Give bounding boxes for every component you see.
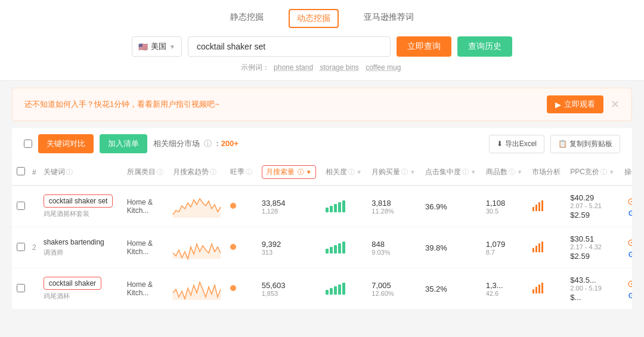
row-purchase: 7,005 12.60% (367, 268, 420, 310)
row-checkbox[interactable] (17, 243, 25, 251)
svg-marker-5 (173, 244, 221, 259)
svg-rect-13 (538, 285, 540, 293)
compare-button[interactable]: 关键词对比 (38, 134, 94, 153)
tab-dynamic[interactable]: 动态挖掘 (289, 9, 339, 28)
col-index: # (30, 159, 39, 185)
row-click-concentration: 35.2% (420, 268, 481, 310)
chart-action-icon[interactable]: ⊙ (627, 278, 632, 289)
chart-action-icon[interactable]: ⊙ (627, 196, 632, 207)
download-icon: ⬇ (497, 140, 503, 148)
flag-icon: 🇺🇸 (138, 42, 148, 51)
row-trend (168, 268, 225, 310)
banner: 还不知道如何入手？快花1分钟，看看新用户指引视频吧~ ▶ 立即观看 ✕ (12, 88, 632, 121)
search-input[interactable] (188, 36, 391, 57)
table-row: cocktail shaker 鸡尾酒杯 Home & Kitch... 55,… (12, 268, 632, 310)
g-search-icon[interactable]: G (628, 250, 632, 259)
row-product-count: 1,079 8.7 (481, 227, 528, 268)
row-category: Home & Kitch... (122, 185, 168, 227)
svg-rect-7 (535, 246, 537, 252)
col-purchase[interactable]: 月购买量ⓘ ▼ (367, 159, 420, 185)
row-ppc: $43.5... 2.00 - 5.19 $... (565, 268, 619, 310)
row-trend (168, 185, 225, 227)
row-keyword[interactable]: cocktail shaker set 鸡尾酒摇杯套装 (39, 185, 122, 227)
col-search-vol[interactable]: 月搜索量ⓘ▼ (257, 159, 321, 185)
row-relevance (321, 268, 367, 310)
row-relevance (321, 227, 367, 268)
row-action[interactable]: ⊙ G (620, 185, 632, 227)
col-trend[interactable]: 月搜索趋势ⓘ (168, 159, 225, 185)
header-checkbox[interactable] (17, 167, 25, 175)
chart-action-icon[interactable]: ⊙ (627, 237, 632, 248)
row-relevance (321, 185, 367, 227)
svg-marker-0 (173, 199, 221, 218)
g-search-icon[interactable]: G (628, 291, 632, 300)
col-keyword[interactable]: 关键词ⓘ (39, 159, 122, 185)
example-2[interactable]: storage bins (320, 63, 358, 72)
col-market[interactable]: 市场分析 (527, 159, 565, 185)
row-checkbox[interactable] (17, 202, 25, 210)
row-keyword[interactable]: cocktail shaker 鸡尾酒杯 (39, 268, 122, 310)
col-relevance[interactable]: 相关度ⓘ ▼ (321, 159, 367, 185)
country-select[interactable]: 🇺🇸 美国 ▼ (132, 36, 182, 57)
select-all-checkbox[interactable] (24, 140, 32, 148)
close-icon[interactable]: ✕ (611, 98, 620, 111)
search-button[interactable]: 立即查询 (397, 36, 451, 57)
chevron-icon: ▼ (169, 44, 175, 50)
example-3[interactable]: coffee mug (366, 63, 401, 72)
col-product-count[interactable]: 商品数ⓘ ▼ (481, 159, 528, 185)
example-label: 示例词： (241, 63, 270, 72)
svg-rect-2 (535, 205, 537, 211)
row-click-concentration: 36.9% (420, 185, 481, 227)
watch-button[interactable]: ▶ 立即观看 (547, 95, 603, 113)
row-peak (225, 227, 257, 268)
row-market-analysis[interactable] (527, 268, 565, 310)
table-row: 2 shakers bartending 调酒师 Home & Kitch...… (12, 227, 632, 268)
row-category: Home & Kitch... (122, 268, 168, 310)
export-excel-button[interactable]: ⬇ 导出Excel (489, 135, 544, 153)
toolbar: 关键词对比 加入清单 相关细分市场 ⓘ：200+ ⬇ 导出Excel 📋 复制到… (12, 128, 632, 159)
row-ppc: $30.51 2.17 - 4.32 $2.59 (565, 227, 619, 268)
banner-text: 还不知道如何入手？快花1分钟，看看新用户指引视频吧~ (24, 99, 219, 110)
svg-rect-1 (532, 207, 534, 211)
row-purchase: 3,818 11.28% (367, 185, 420, 227)
row-ppc: $40.29 2.07 - 5.21 $2.59 (565, 185, 619, 227)
table-row: cocktail shaker set 鸡尾酒摇杯套装 Home & Kitch… (12, 185, 632, 227)
row-action[interactable]: ⊙ G (620, 227, 632, 268)
g-search-icon[interactable]: G (628, 209, 632, 218)
col-action: 操作 (620, 159, 632, 185)
row-index: 2 (30, 227, 39, 268)
example-1[interactable]: phone stand (274, 63, 313, 72)
row-market-analysis[interactable] (527, 227, 565, 268)
row-keyword[interactable]: shakers bartending 调酒师 (39, 227, 122, 268)
svg-rect-12 (535, 287, 537, 293)
row-category: Home & Kitch... (122, 227, 168, 268)
col-peak[interactable]: 旺季ⓘ (225, 159, 257, 185)
copy-clipboard-button[interactable]: 📋 复制到剪贴板 (550, 135, 620, 153)
tab-static[interactable]: 静态挖掘 (223, 9, 271, 28)
row-search-vol: 33,854 1,128 (257, 185, 321, 227)
row-click-concentration: 39.8% (420, 227, 481, 268)
svg-rect-11 (532, 289, 534, 293)
row-product-count: 1,3... 42.6 (481, 268, 528, 310)
row-search-vol: 9,392 313 (257, 227, 321, 268)
svg-rect-14 (541, 283, 543, 293)
row-trend (168, 227, 225, 268)
svg-rect-8 (538, 243, 540, 252)
row-purchase: 848 9.03% (367, 227, 420, 268)
tab-amazon[interactable]: 亚马逊推荐词 (357, 9, 421, 28)
svg-rect-3 (538, 202, 540, 211)
col-click[interactable]: 点击集中度ⓘ ▼ (420, 159, 481, 185)
col-category[interactable]: 所属类目ⓘ (122, 159, 168, 185)
row-peak (225, 268, 257, 310)
svg-rect-4 (541, 200, 543, 211)
country-label: 美国 (151, 41, 166, 52)
add-to-list-button[interactable]: 加入清单 (100, 134, 147, 153)
row-checkbox[interactable] (17, 284, 25, 292)
col-ppc[interactable]: PPC竞价ⓘ ▼ (565, 159, 619, 185)
row-market-analysis[interactable] (527, 185, 565, 227)
row-peak (225, 185, 257, 227)
copy-icon: 📋 (558, 140, 567, 148)
history-button[interactable]: 查询历史 (457, 36, 512, 57)
row-action[interactable]: ⊙ G (620, 268, 632, 310)
play-icon: ▶ (555, 100, 561, 109)
